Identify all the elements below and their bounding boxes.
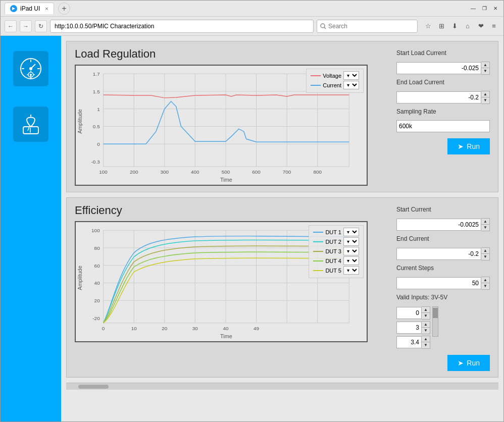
- svg-text:1.7: 1.7: [93, 71, 100, 77]
- start-load-current-label: Start Load Current: [396, 49, 490, 57]
- dut2-legend-dropdown[interactable]: ▾: [343, 237, 359, 246]
- svg-text:1.5: 1.5: [93, 89, 100, 94]
- valid-input3-down[interactable]: ▼: [422, 342, 430, 348]
- dut5-legend-dropdown[interactable]: ▾: [343, 266, 359, 275]
- legend-dut1-label: DUT 1: [325, 229, 341, 235]
- end-current-down[interactable]: ▼: [481, 254, 489, 260]
- svg-text:1: 1: [97, 107, 100, 112]
- current-legend-dropdown[interactable]: ▾: [343, 81, 359, 89]
- start-current-up[interactable]: ▲: [481, 219, 489, 225]
- efficiency-chart: 100 80 60 40 20 -20 0 10 20 30 40: [75, 221, 368, 342]
- close-button[interactable]: ✕: [491, 5, 499, 13]
- sampling-rate-input[interactable]: [396, 120, 490, 132]
- start-load-current-input[interactable]: [396, 62, 481, 74]
- h-scrollbar-thumb[interactable]: [78, 385, 109, 389]
- legend-dut1-item: DUT 1 ▾: [313, 228, 359, 236]
- address-bar[interactable]: [50, 20, 314, 33]
- current-steps-down[interactable]: ▼: [481, 283, 489, 289]
- valid-input3-up[interactable]: ▲: [422, 336, 430, 342]
- home-icon[interactable]: ⌂: [462, 21, 473, 32]
- valid-input1-up[interactable]: ▲: [422, 307, 430, 313]
- start-load-current-up[interactable]: ▲: [481, 62, 489, 68]
- svg-text:80: 80: [94, 245, 100, 251]
- sampling-rate-row: [396, 120, 490, 132]
- sidebar-item-lock[interactable]: [13, 107, 48, 142]
- new-tab-button[interactable]: +: [58, 3, 70, 15]
- valid-input2-up[interactable]: ▲: [422, 322, 430, 328]
- minimize-button[interactable]: —: [469, 5, 477, 13]
- search-bar[interactable]: [317, 20, 418, 33]
- load-regulation-run-button[interactable]: ➤ Run: [447, 138, 490, 154]
- svg-text:10: 10: [131, 326, 137, 331]
- valid-input1-spinner: ▲ ▼: [422, 306, 430, 320]
- valid-input2-row: ▲ ▼: [396, 321, 430, 334]
- svg-point-1: [321, 24, 325, 28]
- efficiency-legend: DUT 1 ▾ DUT 2 ▾ DUT 3 ▾: [309, 225, 364, 278]
- valid-inputs-label: Valid Inputs: 3V-5V: [396, 294, 490, 301]
- tab-close-btn[interactable]: ×: [45, 6, 48, 12]
- legend-dut5-item: DUT 5 ▾: [313, 266, 359, 275]
- shield-icon[interactable]: ❤: [475, 21, 486, 32]
- end-current-up[interactable]: ▲: [481, 248, 489, 254]
- menu-icon[interactable]: ≡: [488, 21, 499, 32]
- legend-dut3-item: DUT 3 ▾: [313, 247, 359, 255]
- download-icon[interactable]: ⬇: [449, 21, 460, 32]
- browser-tab[interactable]: iPad UI ×: [5, 3, 54, 14]
- legend-voltage-label: Voltage: [323, 73, 341, 79]
- search-input[interactable]: [328, 23, 414, 30]
- current-steps-spinner: ▲ ▼: [481, 277, 490, 290]
- end-load-current-down[interactable]: ▼: [481, 97, 489, 103]
- svg-text:0: 0: [102, 326, 105, 331]
- svg-text:0.5: 0.5: [93, 124, 100, 129]
- scrollbar-thumb[interactable]: [433, 308, 438, 318]
- sidebar: [1, 36, 61, 421]
- speedometer-icon: [19, 57, 42, 80]
- refresh-button[interactable]: ↻: [35, 20, 47, 32]
- horizontal-scrollbar[interactable]: [66, 383, 498, 390]
- dut4-legend-dropdown[interactable]: ▾: [343, 256, 359, 265]
- back-button[interactable]: ←: [5, 20, 17, 32]
- browser-window: iPad UI × + — ❐ ✕ ← → ↻ ☆ ⊞ ⬇ ⌂ ❤ ≡: [0, 0, 504, 422]
- valid-input2-spinner: ▲ ▼: [422, 321, 430, 334]
- valid-input1-down[interactable]: ▼: [422, 313, 430, 319]
- tab-icon: [10, 5, 17, 12]
- end-current-spinner: ▲ ▼: [481, 247, 490, 260]
- efficiency-run-button[interactable]: ➤ Run: [447, 355, 490, 371]
- current-steps-up[interactable]: ▲: [481, 277, 489, 283]
- svg-text:Amplitude: Amplitude: [77, 266, 83, 290]
- run-arrow-icon: ➤: [458, 142, 464, 150]
- svg-text:400: 400: [191, 169, 199, 175]
- voltage-legend-dropdown[interactable]: ▾: [343, 71, 359, 80]
- valid-input1[interactable]: [396, 307, 422, 319]
- svg-text:40: 40: [223, 326, 229, 331]
- end-current-row: ▲ ▼: [396, 247, 490, 260]
- end-load-current-input[interactable]: [396, 91, 481, 103]
- valid-input2[interactable]: [396, 322, 422, 334]
- start-current-input[interactable]: [396, 219, 481, 231]
- svg-text:300: 300: [160, 169, 169, 175]
- start-current-label: Start Current: [396, 206, 490, 213]
- svg-text:20: 20: [94, 298, 100, 303]
- restore-button[interactable]: ❐: [480, 5, 488, 13]
- valid-input2-down[interactable]: ▼: [422, 328, 430, 334]
- dut3-legend-dropdown[interactable]: ▾: [343, 247, 359, 255]
- end-load-current-row: ▲ ▼: [396, 91, 490, 104]
- end-current-input[interactable]: [396, 248, 481, 260]
- legend-voltage-item: Voltage ▾: [311, 71, 359, 80]
- svg-line-2: [324, 27, 326, 29]
- start-current-down[interactable]: ▼: [481, 225, 489, 231]
- valid-inputs-scrollbar[interactable]: [432, 306, 438, 337]
- reader-icon[interactable]: ⊞: [436, 21, 447, 32]
- eff-run-arrow-icon: ➤: [458, 359, 464, 367]
- end-current-label: End Current: [396, 235, 490, 242]
- sidebar-item-speedometer[interactable]: [13, 51, 48, 86]
- valid-input3[interactable]: [396, 336, 422, 348]
- start-load-current-down[interactable]: ▼: [481, 68, 489, 74]
- bookmark-icon[interactable]: ☆: [423, 21, 434, 32]
- svg-text:20: 20: [162, 326, 168, 331]
- dut1-legend-dropdown[interactable]: ▾: [343, 228, 359, 236]
- svg-line-18: [28, 127, 29, 131]
- forward-button[interactable]: →: [20, 20, 32, 32]
- current-steps-input[interactable]: [396, 277, 481, 289]
- end-load-current-up[interactable]: ▲: [481, 91, 489, 97]
